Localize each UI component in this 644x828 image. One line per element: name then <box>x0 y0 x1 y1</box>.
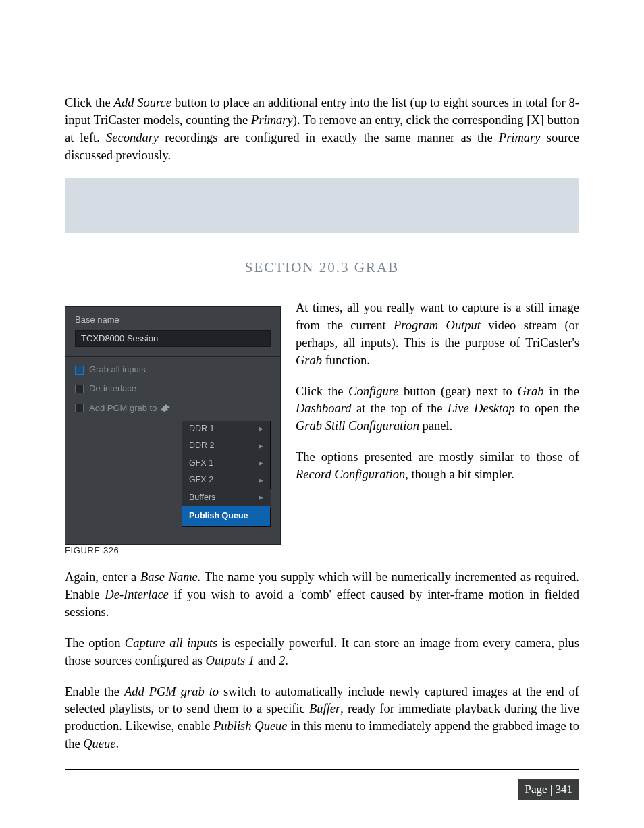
intro-paragraph: Click the Add Source button to place an … <box>65 94 579 165</box>
grab-all-inputs-checkbox[interactable] <box>75 366 84 375</box>
body-para-2: The option Capture all inputs is especia… <box>65 635 579 670</box>
figure-caption: FIGURE 326 <box>65 545 579 557</box>
add-pgm-grab-label: Add PGM grab to <box>89 402 157 414</box>
menu-item-publish-queue[interactable]: Publish Queue <box>182 506 270 526</box>
grab-all-inputs-label: Grab all inputs <box>89 364 146 376</box>
menu-item-label: GFX 2 <box>189 474 213 487</box>
chevron-right-icon: ▶ <box>259 493 263 502</box>
menu-item-label: DDR 2 <box>189 440 215 452</box>
gear-icon[interactable] <box>161 404 170 413</box>
chevron-right-icon: ▶ <box>259 424 263 433</box>
menu-item-ddr2[interactable]: DDR 2 ▶ <box>182 437 270 455</box>
body-para-1: Again, enter a Base Name. The name you s… <box>65 569 579 622</box>
menu-item-gfx1[interactable]: GFX 1 ▶ <box>182 455 270 472</box>
chevron-right-icon: ▶ <box>259 476 263 485</box>
menu-item-label: Buffers <box>189 492 215 504</box>
callout-blank-box <box>65 178 579 233</box>
de-interlace-checkbox[interactable] <box>75 385 84 393</box>
grab-config-panel: Base name Grab all inputs De-interlace A… <box>65 306 281 545</box>
menu-item-label: GFX 1 <box>189 458 213 470</box>
chevron-right-icon: ▶ <box>259 442 263 451</box>
page-number: Page | 341 <box>518 779 579 800</box>
footer-rule <box>65 769 579 770</box>
de-interlace-label: De-interlace <box>89 383 136 395</box>
menu-item-label: DDR 1 <box>189 423 215 435</box>
menu-item-buffers[interactable]: Buffers ▶ <box>182 489 270 507</box>
menu-item-gfx2[interactable]: GFX 2 ▶ <box>182 472 270 489</box>
base-name-input[interactable] <box>75 330 271 347</box>
body-para-3: Enable the Add PGM grab to switch to aut… <box>65 684 579 754</box>
chevron-right-icon: ▶ <box>259 459 263 468</box>
tooltip-fragment: ie <box>270 490 271 509</box>
base-name-label: Base name <box>75 314 271 326</box>
section-title-underline <box>65 283 579 283</box>
section-title: SECTION 20.3 GRAB <box>65 258 579 277</box>
menu-item-ddr1[interactable]: DDR 1 ▶ <box>182 421 270 438</box>
add-pgm-grab-checkbox[interactable] <box>75 404 84 412</box>
pgm-grab-menu: DDR 1 ▶ DDR 2 ▶ GFX 1 ▶ GFX 2 <box>182 421 271 527</box>
menu-item-label: Publish Queue <box>189 510 248 522</box>
